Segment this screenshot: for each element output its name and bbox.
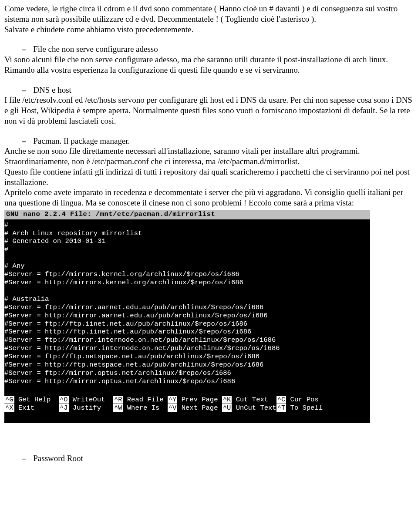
- nano-label: To Spell: [286, 404, 323, 412]
- nano-header: GNU nano 2.2.4 File: /mnt/etc/pacman.d/m…: [4, 210, 370, 219]
- nano-label: Justify: [69, 404, 113, 412]
- nano-key: ^C: [276, 396, 287, 404]
- nano-key: ^Y: [168, 396, 178, 404]
- section-dns-host: – DNS e host I file /etc/resolv.conf ed …: [4, 85, 414, 126]
- dash-icon: –: [21, 85, 27, 95]
- section-title: Pacman. Il package manager.: [33, 136, 130, 145]
- nano-label: Get Help: [14, 396, 59, 404]
- intro-paragraph: Come vedete, le righe circa il cdrom e i…: [4, 3, 414, 34]
- nano-label: Cur Pos: [286, 396, 318, 404]
- nano-label: Read File: [123, 396, 167, 404]
- section-title: Password Root: [33, 454, 83, 463]
- nano-body: # # Arch Linux repository mirrorlist # G…: [4, 219, 370, 387]
- section-body: Anche se non sono file direttamente nece…: [4, 146, 414, 208]
- nano-key: ^G: [4, 396, 14, 404]
- dash-icon: –: [21, 453, 27, 464]
- nano-label: UnCut Text: [232, 404, 276, 412]
- section-body: I file /etc/resolv.conf ed /etc/hosts se…: [4, 95, 414, 126]
- nano-key: ^V: [168, 404, 178, 412]
- nano-key: ^T: [276, 404, 287, 412]
- nano-label: Next Page: [177, 404, 222, 412]
- nano-label: Where Is: [123, 404, 167, 412]
- nano-key: ^O: [59, 396, 69, 404]
- nano-key: ^W: [113, 404, 123, 412]
- dash-icon: –: [21, 44, 27, 54]
- nano-key: ^U: [222, 404, 232, 412]
- section-title: DNS e host: [33, 85, 71, 94]
- section-password-root: – Password Root: [4, 453, 414, 464]
- section-file-non-serve: – File che non serve configurare adesso …: [4, 44, 414, 75]
- section-body: Vi sono alcuni file che non serve config…: [4, 54, 414, 75]
- nano-footer: ^G Get Help ^O WriteOut ^R Read File ^Y …: [4, 387, 370, 421]
- nano-label: Exit: [14, 404, 59, 412]
- nano-key: ^R: [113, 396, 123, 404]
- section-title: File che non serve configurare adesso: [33, 44, 158, 54]
- nano-label: Prev Page: [177, 396, 222, 404]
- nano-label: Cut Text: [232, 396, 276, 404]
- nano-key: ^K: [222, 396, 232, 404]
- dash-icon: –: [21, 136, 27, 146]
- section-pacman: – Pacman. Il package manager. Anche se n…: [4, 136, 414, 208]
- nano-key: ^X: [4, 404, 14, 412]
- nano-key: ^J: [59, 404, 69, 412]
- nano-label: WriteOut: [69, 396, 113, 404]
- terminal-screenshot: GNU nano 2.2.4 File: /mnt/etc/pacman.d/m…: [4, 210, 370, 423]
